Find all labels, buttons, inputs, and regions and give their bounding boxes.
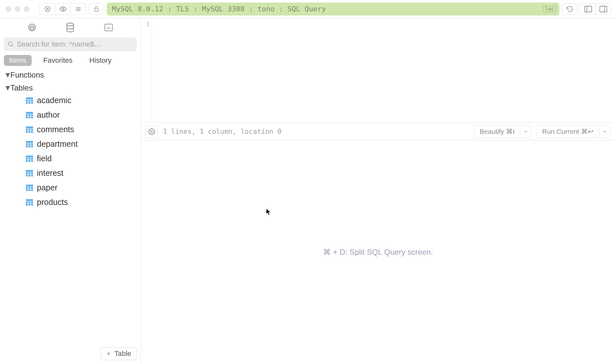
toolbar-group-panels: [580, 3, 611, 15]
editor-gutter: 1: [141, 18, 152, 123]
add-table-button[interactable]: Table: [100, 347, 137, 360]
toggle-left-panel-button[interactable]: [580, 3, 596, 15]
table-label: academic: [37, 96, 71, 105]
connection-title: MySQL 8.0.12 : TLS : MySQL 3308 : tono :…: [112, 5, 326, 13]
toolbar: MySQL 8.0.12 : TLS : MySQL 3308 : tono :…: [0, 0, 615, 18]
search-box[interactable]: [4, 37, 137, 51]
sql-icon[interactable]: SQL: [103, 22, 114, 33]
table-icon: [26, 155, 33, 162]
svg-point-3: [62, 8, 64, 10]
chevron-down-icon: ▼: [4, 70, 9, 80]
chevron-down-icon: [523, 129, 528, 134]
tab-items[interactable]: Items: [4, 55, 32, 66]
table-label: interest: [37, 168, 63, 178]
beautify-group: Beautify ⌘I: [474, 125, 532, 138]
sql-editor[interactable]: 1: [141, 18, 615, 123]
sidebar-mode-tabs: SQL: [0, 18, 141, 36]
tab-history[interactable]: History: [84, 55, 116, 66]
table-icon: [26, 97, 33, 104]
table-item-field[interactable]: field: [0, 151, 141, 166]
line-number: 1: [141, 21, 150, 27]
table-item-paper[interactable]: paper: [0, 180, 141, 195]
table-item-author[interactable]: author: [0, 108, 141, 122]
gear-button[interactable]: [146, 125, 158, 138]
gear-icon: [148, 128, 155, 135]
svg-rect-7: [94, 9, 98, 11]
view-button[interactable]: [55, 3, 70, 15]
editor-statusbar: 1 lines, 1 column, location 0 Beautify ⌘…: [141, 123, 615, 140]
svg-point-15: [67, 23, 74, 26]
sidebar-footer: Table: [0, 343, 141, 364]
table-label: department: [37, 139, 78, 149]
svg-text:SQL: SQL: [106, 27, 111, 30]
svg-point-18: [9, 42, 13, 46]
list-button[interactable]: [70, 3, 86, 15]
sidebar-filter-tabs: Items Favorites History: [0, 53, 141, 69]
window-controls: [6, 6, 29, 12]
location-badge: loc: [543, 6, 556, 12]
results-pane: ⌘ + D: Split SQL Query screen.: [141, 140, 615, 364]
cursor-icon: [266, 208, 272, 216]
table-item-products[interactable]: products: [0, 195, 141, 209]
chevron-down-icon: [602, 129, 607, 134]
table-label: comments: [37, 125, 74, 134]
table-label: products: [37, 198, 68, 207]
editor-status-text: 1 lines, 1 column, location 0: [163, 128, 469, 135]
section-functions[interactable]: ▼ Functions: [0, 70, 141, 80]
toggle-right-panel-button[interactable]: [596, 3, 611, 15]
run-button[interactable]: Run Current ⌘↩: [537, 126, 599, 137]
table-icon: [26, 141, 33, 147]
table-item-comments[interactable]: comments: [0, 122, 141, 137]
minimize-window-icon[interactable]: [15, 6, 20, 12]
main: SQL Items Favorites History ▼ Functions …: [0, 18, 615, 364]
section-label: Tables: [10, 83, 33, 92]
table-item-academic[interactable]: academic: [0, 93, 141, 108]
table-item-interest[interactable]: interest: [0, 166, 141, 180]
plug-icon[interactable]: [27, 22, 38, 33]
chevron-down-icon: ▼: [4, 83, 9, 92]
table-label: author: [37, 110, 60, 120]
refresh-button[interactable]: [562, 3, 577, 15]
table-item-department[interactable]: department: [0, 137, 141, 151]
sidebar-search-row: [0, 36, 141, 53]
svg-rect-10: [600, 6, 607, 12]
plus-icon: [106, 351, 112, 357]
lock-button[interactable]: [89, 3, 104, 15]
close-window-icon[interactable]: [6, 6, 11, 12]
section-tables[interactable]: ▼ Tables: [0, 83, 141, 93]
table-icon: [26, 185, 33, 191]
sidebar: SQL Items Favorites History ▼ Functions …: [0, 18, 141, 364]
database-icon[interactable]: [65, 22, 76, 33]
connection-bar[interactable]: MySQL 8.0.12 : TLS : MySQL 3308 : tono :…: [107, 3, 559, 16]
section-label: Functions: [10, 70, 44, 80]
table-label: paper: [37, 183, 58, 192]
run-group: Run Current ⌘↩: [537, 125, 610, 138]
toolbar-group-nav: [39, 3, 86, 15]
svg-rect-8: [585, 6, 592, 12]
sidebar-tree: ▼ Functions ▼ Tables academic author com…: [0, 69, 141, 343]
table-icon: [26, 126, 33, 133]
zoom-window-icon[interactable]: [24, 6, 29, 12]
table-label: field: [37, 154, 52, 163]
editor-body[interactable]: [152, 18, 615, 123]
table-icon: [26, 170, 33, 177]
beautify-button[interactable]: Beautify ⌘I: [474, 126, 520, 137]
tab-favorites[interactable]: Favorites: [38, 55, 78, 66]
table-icon: [26, 112, 33, 118]
beautify-dropdown[interactable]: [520, 126, 531, 137]
search-input[interactable]: [17, 40, 133, 48]
content-area: 1 1 lines, 1 column, location 0 Beautify…: [141, 18, 615, 364]
add-table-label: Table: [114, 349, 131, 358]
run-dropdown[interactable]: [599, 126, 610, 137]
stop-button[interactable]: [39, 3, 55, 15]
split-hint: ⌘ + D: Split SQL Query screen.: [323, 248, 433, 257]
svg-line-19: [12, 45, 14, 47]
search-icon: [8, 41, 14, 48]
svg-point-22: [151, 131, 153, 133]
table-icon: [26, 199, 33, 206]
